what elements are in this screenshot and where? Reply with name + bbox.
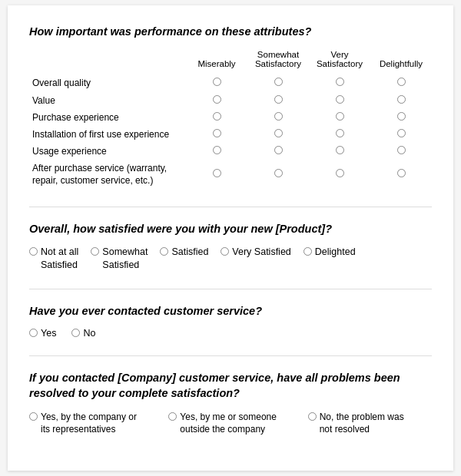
sat-radio-1[interactable] xyxy=(29,247,38,256)
attr-radio-r1-c2 xyxy=(309,92,370,109)
col-miserably: Miserably xyxy=(186,48,247,74)
customer-service-section: Have you ever contacted customer service… xyxy=(29,303,432,339)
radio-circle-r0-c2[interactable] xyxy=(336,78,344,86)
attr-radio-r2-c3 xyxy=(370,109,432,126)
res-radio-2[interactable] xyxy=(168,412,177,421)
radio-circle-r2-c0[interactable] xyxy=(213,112,221,121)
radio-circle-r5-c3[interactable] xyxy=(397,169,406,177)
attr-radio-r0-c1 xyxy=(247,74,309,91)
radio-circle-r3-c0[interactable] xyxy=(213,129,221,137)
radio-circle-r0-c0[interactable] xyxy=(213,78,221,86)
attr-radio-r4-c1 xyxy=(247,143,309,160)
radio-circle-r4-c0[interactable] xyxy=(213,146,221,154)
attr-radio-r4-c2 xyxy=(309,143,370,160)
attr-radio-r2-c1 xyxy=(247,109,309,126)
attr-row-label-2: Purchase experience xyxy=(29,109,186,126)
sat-radio-2[interactable] xyxy=(91,247,99,256)
radio-circle-r5-c0[interactable] xyxy=(213,169,221,177)
satisfaction-section: Overall, how satisfied were you with you… xyxy=(29,221,432,272)
attr-radio-r5-c2 xyxy=(309,160,370,189)
res-radio-1[interactable] xyxy=(29,412,38,421)
yesno-options: Yes No xyxy=(29,328,432,339)
radio-circle-r3-c3[interactable] xyxy=(397,129,406,137)
sat-radio-4[interactable] xyxy=(221,247,229,256)
attributes-table: Miserably SomewhatSatisfactory VerySatis… xyxy=(29,48,432,189)
survey-page: How important was performance on these a… xyxy=(8,5,453,471)
attr-radio-r1-c1 xyxy=(247,92,309,109)
sat-radio-3[interactable] xyxy=(160,247,168,256)
attr-radio-r5-c1 xyxy=(247,160,309,189)
radio-circle-r2-c2[interactable] xyxy=(336,112,344,121)
col-very: VerySatisfactory xyxy=(309,48,370,74)
yes-label: Yes xyxy=(41,328,56,339)
radio-circle-r2-c1[interactable] xyxy=(274,112,283,121)
radio-circle-r1-c2[interactable] xyxy=(336,95,344,104)
attr-radio-r5-c3 xyxy=(370,160,432,189)
sat-radio-5[interactable] xyxy=(303,247,312,256)
sat-option-3: Satisfied xyxy=(160,246,208,272)
yes-option: Yes xyxy=(29,328,56,339)
attr-radio-r2-c2 xyxy=(309,109,370,126)
attr-radio-r3-c1 xyxy=(247,126,309,143)
attributes-section: How important was performance on these a… xyxy=(29,24,432,190)
radio-circle-r0-c3[interactable] xyxy=(397,78,406,86)
sat-option-5: Delighted xyxy=(303,246,356,272)
radio-circle-r2-c3[interactable] xyxy=(397,112,406,121)
yes-radio[interactable] xyxy=(29,329,38,337)
satisfaction-title: Overall, how satisfied were you with you… xyxy=(29,221,432,236)
attr-radio-r0-c3 xyxy=(370,74,432,91)
no-radio[interactable] xyxy=(71,329,80,337)
col-somewhat: SomewhatSatisfactory xyxy=(247,48,309,74)
attr-radio-r2-c0 xyxy=(186,109,247,126)
sat-option-4: Very Satisfied xyxy=(221,246,290,272)
attr-radio-r1-c0 xyxy=(186,92,247,109)
radio-circle-r4-c3[interactable] xyxy=(397,146,406,154)
sat-option-2: SomewhatSatisfied xyxy=(91,246,148,272)
attr-radio-r1-c3 xyxy=(370,92,432,109)
no-option: No xyxy=(71,328,95,339)
satisfaction-options: Not at allSatisfied SomewhatSatisfied Sa… xyxy=(29,246,432,272)
radio-circle-r1-c0[interactable] xyxy=(213,95,221,104)
resolution-title: If you contacted [Company] customer serv… xyxy=(29,370,432,402)
attributes-title: How important was performance on these a… xyxy=(29,24,432,39)
res-radio-3[interactable] xyxy=(308,412,317,421)
attr-radio-r4-c3 xyxy=(370,143,432,160)
no-label: No xyxy=(83,328,95,339)
radio-circle-r4-c1[interactable] xyxy=(274,146,283,154)
col-delightfully: Delightfully xyxy=(370,48,432,74)
sat-option-1: Not at allSatisfied xyxy=(29,246,78,272)
res-option-2: Yes, by me or someoneoutside the company xyxy=(168,411,292,435)
radio-circle-r3-c2[interactable] xyxy=(336,129,344,137)
attr-radio-r3-c3 xyxy=(370,126,432,143)
radio-circle-r5-c2[interactable] xyxy=(336,169,344,177)
res-option-3: No, the problem wasnot resolved xyxy=(308,411,432,435)
attr-row-label-0: Overall quality xyxy=(29,74,186,91)
radio-circle-r0-c1[interactable] xyxy=(274,78,283,86)
radio-circle-r1-c1[interactable] xyxy=(274,95,283,104)
attr-radio-r4-c0 xyxy=(186,143,247,160)
attr-radio-r0-c0 xyxy=(186,74,247,91)
attr-row-label-3: Installation of first use experience xyxy=(29,126,186,143)
attr-radio-r0-c2 xyxy=(309,74,370,91)
attr-radio-r3-c2 xyxy=(309,126,370,143)
attr-row-label-4: Usage experience xyxy=(29,143,186,160)
customer-service-title: Have you ever contacted customer service… xyxy=(29,303,432,319)
radio-circle-r4-c2[interactable] xyxy=(336,146,344,154)
radio-circle-r5-c1[interactable] xyxy=(274,169,283,177)
attr-row-label-5: After purchase service (warranty,repair,… xyxy=(29,160,186,189)
resolution-options: Yes, by the company orits representative… xyxy=(29,411,432,435)
res-option-1: Yes, by the company orits representative… xyxy=(29,411,153,435)
attr-radio-r5-c0 xyxy=(186,160,247,189)
attr-row-label-1: Value xyxy=(29,92,186,109)
radio-circle-r3-c1[interactable] xyxy=(274,129,283,137)
radio-circle-r1-c3[interactable] xyxy=(397,95,406,104)
attr-radio-r3-c0 xyxy=(186,126,247,143)
resolution-section: If you contacted [Company] customer serv… xyxy=(29,370,432,435)
